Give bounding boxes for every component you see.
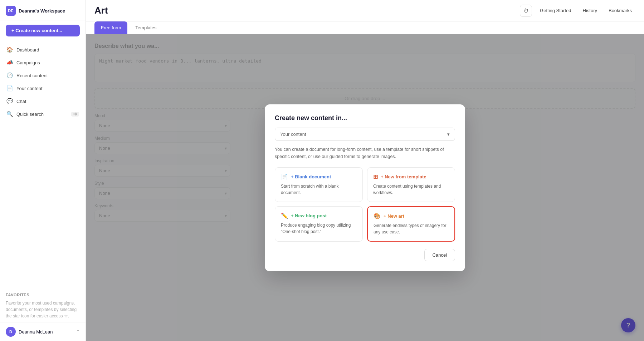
top-bar-actions: ⏱ Getting Started History Bookmarks [520, 5, 635, 17]
tab-templates[interactable]: Templates [129, 21, 163, 34]
new-art-label: + New art [384, 213, 404, 219]
blank-document-text: Start from scratch with a blank document… [281, 183, 357, 196]
new-art-card[interactable]: 🎨 + New art Generate endless types of im… [367, 206, 455, 242]
blank-document-label: + Blank document [291, 174, 331, 179]
sidebar-item-dashboard[interactable]: 🏠 Dashboard [3, 44, 83, 56]
sidebar: DE Deanna's Workspace + Create new conte… [0, 0, 86, 341]
tab-bar: Free form Templates [86, 21, 644, 34]
blank-document-card[interactable]: 📄 + Blank document Start from scratch wi… [275, 167, 363, 202]
sidebar-item-label: Quick search [16, 112, 68, 117]
user-info: D Deanna McLean [6, 327, 53, 337]
modal-card-grid: 📄 + Blank document Start from scratch wi… [275, 167, 455, 242]
sidebar-header: DE Deanna's Workspace [0, 0, 86, 20]
main-content: Art ⏱ Getting Started History Bookmarks … [86, 0, 644, 341]
sidebar-footer: D Deanna McLean ⌃ [0, 322, 86, 341]
new-blog-post-header: ✏️ + New blog post [281, 212, 357, 219]
create-new-content-button[interactable]: + Create new content... [6, 25, 80, 36]
sidebar-item-your-content[interactable]: 📄 Your content [3, 82, 83, 94]
dashboard-icon: 🏠 [6, 46, 13, 53]
art-icon: 🎨 [374, 213, 381, 219]
modal-title: Create new content in... [275, 114, 455, 122]
dropdown-label: Your content [280, 132, 306, 137]
bookmarks-button[interactable]: Bookmarks [605, 6, 635, 15]
sidebar-item-campaigns[interactable]: 📣 Campaigns [3, 56, 83, 69]
sidebar-nav: 🏠 Dashboard 📣 Campaigns 🕐 Recent content… [0, 41, 86, 288]
sidebar-item-label: Chat [16, 99, 79, 104]
sidebar-item-quick-search[interactable]: 🔍 Quick search ⌘K [3, 108, 83, 120]
blog-icon: ✏️ [281, 212, 288, 219]
new-from-template-label: + New from template [381, 174, 426, 179]
sidebar-item-label: Dashboard [16, 47, 79, 53]
sidebar-item-label: Campaigns [16, 60, 79, 65]
new-from-template-text: Create content using templates and workf… [373, 183, 449, 196]
modal-footer: Cancel [275, 249, 455, 261]
cancel-button[interactable]: Cancel [424, 249, 455, 261]
document-icon: 📄 [281, 173, 288, 180]
workspace-name: Deanna's Workspace [19, 8, 65, 14]
your-content-icon: 📄 [6, 85, 13, 92]
new-blog-post-text: Produce engaging blog copy utilizing "On… [281, 222, 357, 235]
top-bar: Art ⏱ Getting Started History Bookmarks [86, 0, 644, 21]
history-button[interactable]: History [579, 6, 601, 15]
content-area: Describe what you wa... Night market foo… [86, 34, 644, 341]
avatar: D [6, 327, 16, 337]
chevron-down-icon: ▾ [447, 132, 450, 137]
modal-overlay[interactable]: Create new content in... Your content ▾ … [86, 34, 644, 341]
chevron-up-icon[interactable]: ⌃ [76, 329, 80, 334]
sidebar-item-label: Recent content [16, 73, 79, 78]
new-blog-post-card[interactable]: ✏️ + New blog post Produce engaging blog… [275, 206, 363, 242]
keyboard-shortcut: ⌘K [71, 112, 79, 117]
modal: Create new content in... Your content ▾ … [265, 104, 465, 271]
new-from-template-card[interactable]: ⊞ + New from template Create content usi… [367, 167, 455, 202]
recent-content-icon: 🕐 [6, 72, 13, 79]
timer-icon-button[interactable]: ⏱ [520, 5, 532, 17]
search-icon: 🔍 [6, 111, 13, 117]
new-blog-post-label: + New blog post [291, 213, 327, 218]
favorites-text: Favorite your most used campaigns, docum… [6, 300, 80, 319]
tab-free-form[interactable]: Free form [94, 21, 127, 34]
campaigns-icon: 📣 [6, 59, 13, 66]
sidebar-item-label: Your content [16, 86, 79, 91]
getting-started-button[interactable]: Getting Started [536, 6, 575, 15]
chat-icon: 💬 [6, 98, 13, 104]
template-icon: ⊞ [373, 173, 378, 180]
page-title: Art [94, 5, 108, 16]
workspace-avatar: DE [6, 6, 16, 16]
user-name: Deanna McLean [19, 329, 53, 335]
new-art-header: 🎨 + New art [374, 213, 449, 219]
new-from-template-header: ⊞ + New from template [373, 173, 449, 180]
sidebar-item-chat[interactable]: 💬 Chat [3, 95, 83, 107]
sidebar-item-recent-content[interactable]: 🕐 Recent content [3, 69, 83, 81]
favorites-section: Favorites Favorite your most used campai… [0, 288, 86, 322]
new-art-text: Generate endless types of imagery for an… [374, 222, 449, 235]
blank-document-header: 📄 + Blank document [281, 173, 357, 180]
modal-description: You can create a document for long-form … [275, 146, 455, 160]
content-location-dropdown[interactable]: Your content ▾ [275, 128, 455, 141]
favorites-title: Favorites [6, 293, 80, 297]
